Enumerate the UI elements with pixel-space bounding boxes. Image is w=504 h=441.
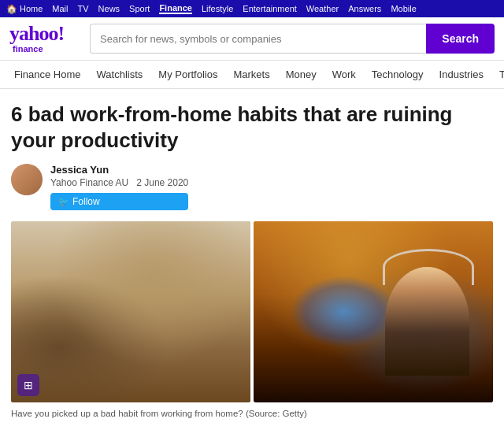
- top-nav: 🏠 Home Mail TV News Sport Finance Lifest…: [0, 0, 504, 17]
- follow-button[interactable]: 🐦 Follow: [50, 193, 188, 210]
- twitter-icon: 🐦: [58, 197, 69, 207]
- search-button[interactable]: Search: [426, 24, 495, 54]
- secnav-my-portfolios[interactable]: My Portfolios: [150, 61, 225, 88]
- headphones-graphic: [383, 249, 474, 285]
- secnav-watchlists[interactable]: Watchlists: [89, 61, 151, 88]
- author-info: Jessica Yun Yahoo Finance AU 2 June 2020…: [50, 164, 188, 210]
- topnav-mobile[interactable]: Mobile: [391, 4, 416, 13]
- secnav-the-new[interactable]: The New: [491, 61, 504, 88]
- author-source: Yahoo Finance AU 2 June 2020: [50, 177, 188, 188]
- secnav-markets[interactable]: Markets: [225, 61, 277, 88]
- topnav-lifestyle[interactable]: Lifestyle: [202, 4, 233, 13]
- topnav-sport[interactable]: Sport: [129, 4, 150, 13]
- logo-area: yahoo! finance: [9, 24, 80, 54]
- image-gallery: ⊞: [11, 221, 493, 402]
- author-row: Jessica Yun Yahoo Finance AU 2 June 2020…: [11, 164, 493, 210]
- screen-glow: [290, 276, 398, 348]
- header: yahoo! finance Search: [0, 17, 504, 61]
- gallery-image-right: [254, 221, 493, 402]
- secnav-money[interactable]: Money: [278, 61, 324, 88]
- secondary-nav: Finance Home Watchlists My Portfolios Ma…: [0, 61, 504, 89]
- exclaim: !: [57, 22, 64, 45]
- secnav-industries[interactable]: Industries: [432, 61, 491, 88]
- secnav-work[interactable]: Work: [324, 61, 364, 88]
- yahoo-logo: yahoo!: [9, 24, 64, 44]
- topnav-entertainment[interactable]: Entertainment: [243, 4, 296, 13]
- topnav-answers[interactable]: Answers: [348, 4, 381, 13]
- article: 6 bad work-from-home habits that are rui…: [0, 89, 504, 428]
- topnav-mail[interactable]: Mail: [52, 4, 68, 13]
- search-input[interactable]: [90, 24, 426, 54]
- author-name: Jessica Yun: [50, 164, 188, 176]
- secnav-finance-home[interactable]: Finance Home: [6, 61, 89, 88]
- topnav-weather[interactable]: Weather: [306, 4, 339, 13]
- gallery-expand-icon[interactable]: ⊞: [17, 374, 39, 396]
- search-area: Search: [90, 24, 495, 54]
- topnav-finance[interactable]: Finance: [159, 3, 192, 14]
- avatar-image: [11, 164, 43, 195]
- gallery-image-left: ⊞: [11, 221, 250, 402]
- author-avatar: [11, 164, 43, 195]
- topnav-home[interactable]: 🏠 Home: [6, 4, 43, 14]
- topnav-news[interactable]: News: [98, 4, 120, 13]
- article-title: 6 bad work-from-home habits that are rui…: [11, 102, 493, 153]
- image-caption: Have you picked up a bad habit from work…: [11, 409, 493, 418]
- topnav-tv[interactable]: TV: [78, 4, 89, 13]
- finance-subtitle: finance: [13, 44, 43, 54]
- secnav-technology[interactable]: Technology: [364, 61, 432, 88]
- home-icon: 🏠: [6, 4, 17, 14]
